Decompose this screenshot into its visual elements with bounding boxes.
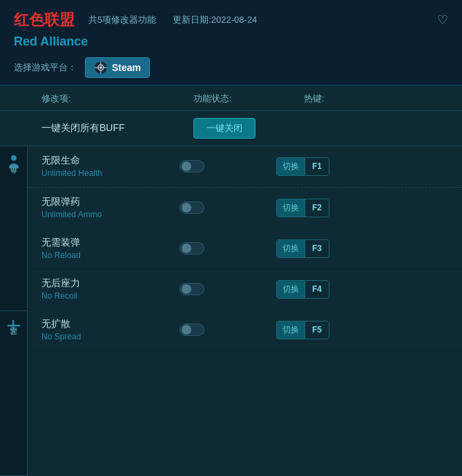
toggle-knob xyxy=(182,203,191,212)
steam-label: Steam xyxy=(112,62,141,73)
hotkey-label: 切换 xyxy=(277,281,305,298)
mod-name-col: 无扩散 No Spread xyxy=(41,318,180,341)
character-icon xyxy=(8,155,20,173)
mod-name-col: 无限生命 Unlimited Health xyxy=(41,155,180,178)
sidebar: 角色 武器 xyxy=(0,146,28,476)
mod-toggle-col xyxy=(180,324,276,336)
header: 红色联盟 共5项修改器功能 更新日期:2022-08-24 ♡ Red Alli… xyxy=(0,0,462,86)
mod-row: 无限弹药 Unlimited Ammo 切换 F2 xyxy=(28,187,462,228)
sidebar-section-weapon: 武器 xyxy=(0,311,27,476)
toggle-knob xyxy=(182,161,191,171)
mod-name-en: No Reload xyxy=(41,250,180,260)
hotkey-label: 切换 xyxy=(277,199,305,217)
mod-name-col: 无后座力 No Recoil xyxy=(41,277,180,301)
mod-toggle-col xyxy=(180,242,276,255)
mod-row: 无限生命 Unlimited Health 切换 F1 xyxy=(28,146,462,187)
mod-toggle-col xyxy=(180,283,276,295)
mod-name-en: No Spread xyxy=(41,332,180,341)
steam-logo-icon xyxy=(94,61,108,75)
hotkey-key: F2 xyxy=(305,200,329,215)
toggle-switch[interactable] xyxy=(180,201,204,214)
hotkey-button[interactable]: 切换 F2 xyxy=(276,199,329,217)
hotkey-label: 切换 xyxy=(277,240,305,257)
platform-row: 选择游戏平台： Steam xyxy=(14,57,448,78)
onekey-name: 一键关闭所有BUFF xyxy=(41,122,193,135)
hotkey-button[interactable]: 切换 F4 xyxy=(276,280,329,299)
mod-name-cn: 无后座力 xyxy=(41,277,180,290)
platform-label: 选择游戏平台： xyxy=(14,61,77,74)
mod-name-col: 无限弹药 Unlimited Ammo xyxy=(41,196,180,219)
mod-toggle-col xyxy=(180,160,276,172)
mod-row: 无需装弹 No Reload 切换 F3 xyxy=(28,228,462,269)
meta-count: 共5项修改器功能 xyxy=(88,14,156,26)
header-top: 红色联盟 共5项修改器功能 更新日期:2022-08-24 ♡ xyxy=(14,10,448,30)
mod-hotkey-col: 切换 F5 xyxy=(276,321,448,339)
hotkey-button[interactable]: 切换 F3 xyxy=(276,239,329,258)
heart-icon[interactable]: ♡ xyxy=(437,12,448,28)
sidebar-character-label: 角色 xyxy=(8,177,19,180)
toggle-knob xyxy=(182,244,191,253)
toggle-switch[interactable] xyxy=(180,242,204,255)
mod-row: 无扩散 No Spread 切换 F5 xyxy=(28,310,462,350)
weapon-icon xyxy=(7,319,21,335)
svg-point-7 xyxy=(11,155,17,161)
steam-button[interactable]: Steam xyxy=(85,57,150,78)
mod-hotkey-col: 切换 F3 xyxy=(276,239,448,258)
onekey-status: 一键关闭 xyxy=(193,118,304,139)
mod-hotkey-col: 切换 F1 xyxy=(276,157,448,176)
toggle-switch[interactable] xyxy=(180,324,204,336)
hotkey-button[interactable]: 切换 F5 xyxy=(276,321,329,339)
mod-name-cn: 无扩散 xyxy=(41,318,180,330)
mod-name-col: 无需装弹 No Reload xyxy=(41,237,180,260)
mod-row: 无后座力 No Recoil 切换 F4 xyxy=(28,269,462,310)
main-content: 角色 武器 无限生命 Unlimited Health xyxy=(0,146,462,476)
hotkey-button[interactable]: 切换 F1 xyxy=(276,157,329,176)
col-mod-label: 修改项: xyxy=(41,92,193,105)
game-title-cn: 红色联盟 xyxy=(14,10,75,30)
mod-name-cn: 无限生命 xyxy=(41,155,180,167)
onekey-row: 一键关闭所有BUFF 一键关闭 xyxy=(0,111,462,146)
hotkey-label: 切换 xyxy=(277,321,305,339)
mod-toggle-col xyxy=(180,201,276,214)
hotkey-key: F3 xyxy=(305,241,329,256)
hotkey-key: F5 xyxy=(305,322,329,337)
onekey-button[interactable]: 一键关闭 xyxy=(193,118,256,139)
hotkey-label: 切换 xyxy=(277,158,305,175)
mod-list: 无限生命 Unlimited Health 切换 F1 无限弹药 Unlimit… xyxy=(28,146,462,476)
col-status-label: 功能状态: xyxy=(193,92,304,105)
mod-hotkey-col: 切换 F2 xyxy=(276,199,448,217)
sidebar-section-character: 角色 xyxy=(0,146,27,311)
toggle-knob xyxy=(182,284,191,294)
mod-name-cn: 无限弹药 xyxy=(41,196,180,208)
sidebar-weapon-label: 武器 xyxy=(8,339,19,342)
app-container: 红色联盟 共5项修改器功能 更新日期:2022-08-24 ♡ Red Alli… xyxy=(0,0,462,476)
header-meta: 共5项修改器功能 更新日期:2022-08-24 xyxy=(88,14,423,26)
mod-name-en: Unlimited Health xyxy=(41,168,180,178)
mod-hotkey-col: 切换 F4 xyxy=(276,280,448,299)
toggle-knob xyxy=(182,325,191,335)
mod-name-en: No Recoil xyxy=(41,291,180,301)
svg-point-2 xyxy=(99,66,102,69)
mod-name-cn: 无需装弹 xyxy=(41,237,180,249)
meta-date: 更新日期:2022-08-24 xyxy=(173,14,257,26)
mod-name-en: Unlimited Ammo xyxy=(41,210,180,219)
hotkey-key: F1 xyxy=(305,159,329,174)
col-hotkey-label: 热键: xyxy=(304,92,448,105)
hotkey-key: F4 xyxy=(305,281,329,297)
column-headers: 修改项: 功能状态: 热键: xyxy=(0,86,462,111)
toggle-switch[interactable] xyxy=(180,160,204,172)
game-title-en: Red Alliance xyxy=(14,34,448,49)
toggle-switch[interactable] xyxy=(180,283,204,295)
